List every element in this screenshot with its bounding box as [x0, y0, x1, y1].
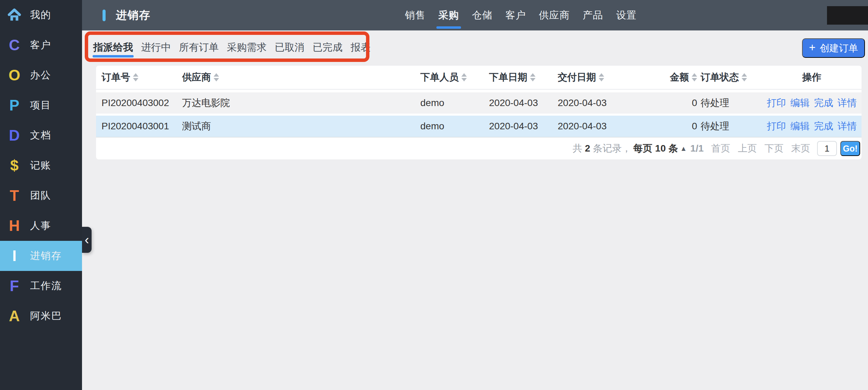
sidebar-collapse-toggle[interactable]: ‹: [82, 227, 92, 253]
sidebar-item[interactable]: D 文档: [0, 120, 82, 151]
top-nav-tab[interactable]: 客户: [505, 0, 526, 30]
prev-page-link[interactable]: 上页: [738, 142, 757, 155]
page-title: 进销存: [116, 8, 151, 23]
sidebar: home 我的 C 客户 O: [0, 0, 82, 390]
sidebar-item-label: 记账: [30, 159, 51, 172]
create-order-button[interactable]: + 创建订单: [802, 38, 865, 58]
column-header[interactable]: 订单状态: [697, 71, 752, 84]
cell-actions: 打印编辑完成详情: [752, 96, 862, 109]
order-status-tab[interactable]: 采购需求: [226, 33, 267, 62]
cell-status: 待处理: [697, 96, 752, 109]
column-header[interactable]: 金额: [665, 71, 697, 84]
sidebar-item-icon: O: [6, 68, 23, 83]
cell-order-date: 2020-04-03: [489, 121, 558, 132]
row-action-link[interactable]: 打印: [767, 96, 786, 109]
orders-table: 订单号 供应商 下单人员 下单日期 交付日期 金额 订单状态 操: [96, 66, 862, 159]
top-nav-tab-label: 销售: [405, 9, 425, 22]
top-nav-tab[interactable]: 设置: [616, 0, 637, 30]
sidebar-item-icon: D: [6, 128, 23, 143]
top-nav-tab-label: 客户: [505, 9, 526, 22]
top-nav-tab[interactable]: 产品: [583, 0, 603, 30]
top-nav-tab-label: 设置: [616, 9, 637, 22]
first-page-link[interactable]: 首页: [711, 142, 730, 155]
order-status-tab-label: 进行中: [141, 41, 171, 54]
sidebar-item-label: 阿米巴: [30, 309, 62, 323]
last-page-link[interactable]: 末页: [791, 142, 810, 155]
cell-amount: 0: [665, 121, 697, 132]
sort-arrows-icon: [461, 73, 467, 81]
sidebar-item[interactable]: H 人事: [0, 211, 82, 241]
pagination-bar: 共 2 条记录， 每页 10 条 ▲ 1/1 首页 上页 下页 末页 Go!: [96, 137, 862, 159]
column-header[interactable]: 下单日期: [489, 71, 558, 84]
column-header-label: 订单号: [101, 71, 130, 84]
top-nav-tab[interactable]: 采购: [438, 0, 459, 30]
table-row[interactable]: PI20200403001 测试商 demo 2020-04-03 2020-0…: [96, 116, 862, 137]
order-status-tab-label: 报表: [351, 41, 370, 54]
row-action-link[interactable]: 详情: [838, 120, 857, 133]
top-nav-tab-label: 供应商: [539, 9, 570, 22]
page-ratio: 1/1: [690, 143, 704, 154]
order-status-tab[interactable]: 报表: [350, 33, 371, 62]
sidebar-item[interactable]: C 客户: [0, 30, 82, 60]
order-status-tab[interactable]: 指派给我: [93, 33, 134, 62]
sidebar-item[interactable]: P 项目: [0, 90, 82, 120]
top-nav-tab-label: 采购: [438, 9, 459, 22]
next-page-link[interactable]: 下页: [764, 142, 784, 155]
top-nav-tab[interactable]: 销售: [405, 0, 425, 30]
row-action-link[interactable]: 打印: [767, 120, 786, 133]
top-nav-tab[interactable]: 仓储: [472, 0, 492, 30]
column-header[interactable]: 下单人员: [420, 71, 489, 84]
cell-deliver-date: 2020-04-03: [558, 121, 665, 132]
order-status-tab[interactable]: 所有订单: [178, 33, 219, 62]
sidebar-item-label: 文档: [30, 129, 51, 142]
sidebar-item-label: 进销存: [30, 249, 62, 263]
sort-arrows-icon: [599, 73, 604, 81]
row-action-link[interactable]: 完成: [814, 120, 833, 133]
column-header[interactable]: 操作: [752, 71, 862, 84]
order-status-tab[interactable]: 进行中: [140, 33, 172, 62]
records-suffix: 条记录，: [593, 142, 631, 155]
per-page-label: 每页: [633, 142, 652, 155]
sidebar-item-icon: T: [6, 188, 23, 203]
caret-up-icon[interactable]: ▲: [680, 145, 687, 153]
column-header[interactable]: 交付日期: [558, 71, 665, 84]
top-nav-tab[interactable]: 供应商: [539, 0, 570, 30]
sidebar-item-label: 项目: [30, 99, 51, 112]
order-status-tab[interactable]: 已完成: [312, 33, 343, 62]
sidebar-item-icon: P: [6, 98, 23, 113]
order-status-tab-label: 指派给我: [93, 41, 133, 54]
go-button[interactable]: Go!: [840, 141, 860, 156]
cell-orderer: demo: [420, 98, 489, 108]
sidebar-item[interactable]: A 阿米巴: [0, 301, 82, 331]
sidebar-item[interactable]: I 进销存: [0, 241, 82, 271]
table-body: PI20200403002 万达电影院 demo 2020-04-03 2020…: [96, 92, 862, 137]
per-page-count[interactable]: 10: [655, 143, 666, 154]
column-header-label: 操作: [802, 71, 822, 84]
cell-order-no: PI20200403001: [96, 121, 182, 132]
sidebar-item[interactable]: home 我的: [0, 0, 82, 30]
column-header[interactable]: 订单号: [96, 71, 182, 84]
row-action-link[interactable]: 编辑: [790, 120, 810, 133]
order-status-tab[interactable]: 已取消: [274, 33, 305, 62]
sidebar-item[interactable]: T 团队: [0, 181, 82, 211]
sidebar-item[interactable]: $ 记账: [0, 151, 82, 181]
row-action-link[interactable]: 详情: [838, 96, 857, 109]
sidebar-item[interactable]: O 办公: [0, 60, 82, 90]
order-status-tabs: 指派给我 进行中 所有订单 采购需求 已取消 已完成 报表: [93, 33, 371, 62]
sidebar-item-icon: home: [6, 7, 23, 23]
sidebar-item-label: 工作流: [30, 279, 62, 293]
row-action-link[interactable]: 完成: [814, 96, 833, 109]
page-number-input[interactable]: [817, 141, 837, 156]
row-action-link[interactable]: 编辑: [790, 96, 810, 109]
title-accent-bar: [103, 10, 106, 21]
sidebar-item-label: 团队: [30, 189, 51, 203]
chevron-left-icon: ‹: [85, 233, 89, 246]
user-menu-redacted-box[interactable]: [827, 6, 868, 25]
sort-arrows-icon: [214, 73, 219, 81]
column-header[interactable]: 供应商: [182, 71, 420, 84]
sidebar-item-icon: A: [6, 309, 23, 324]
cell-order-date: 2020-04-03: [489, 98, 558, 108]
sidebar-item-icon: F: [6, 278, 23, 294]
table-row[interactable]: PI20200403002 万达电影院 demo 2020-04-03 2020…: [96, 92, 862, 114]
sidebar-item[interactable]: F 工作流: [0, 271, 82, 301]
